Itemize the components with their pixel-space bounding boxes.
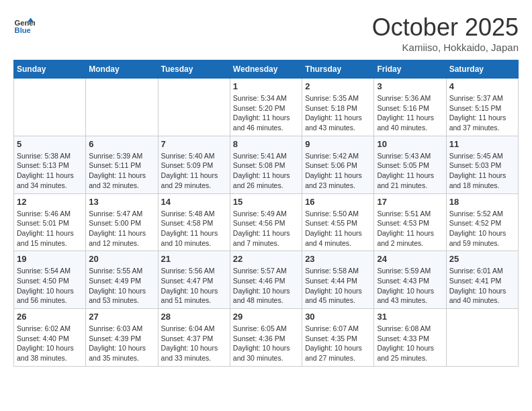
cell-info: Sunrise: 5:35 AM Sunset: 5:18 PM Dayligh… bbox=[305, 93, 371, 133]
calendar-cell: 10Sunrise: 5:43 AM Sunset: 5:05 PM Dayli… bbox=[374, 136, 446, 193]
cell-day-number: 29 bbox=[233, 312, 299, 322]
cell-day-number: 21 bbox=[161, 254, 227, 264]
calendar-cell bbox=[158, 79, 230, 136]
week-row-4: 19Sunrise: 5:54 AM Sunset: 4:50 PM Dayli… bbox=[14, 251, 519, 309]
calendar-cell: 4Sunrise: 5:37 AM Sunset: 5:15 PM Daylig… bbox=[446, 79, 518, 136]
title-block: October 2025 Kamiiso, Hokkaido, Japan bbox=[372, 13, 519, 53]
cell-day-number: 1 bbox=[233, 81, 299, 91]
cell-day-number: 12 bbox=[17, 197, 83, 207]
calendar-cell: 28Sunrise: 6:04 AM Sunset: 4:37 PM Dayli… bbox=[158, 309, 230, 367]
cell-info: Sunrise: 6:08 AM Sunset: 4:33 PM Dayligh… bbox=[377, 324, 443, 363]
calendar-cell: 1Sunrise: 5:34 AM Sunset: 5:20 PM Daylig… bbox=[230, 79, 302, 136]
cell-info: Sunrise: 5:38 AM Sunset: 5:13 PM Dayligh… bbox=[17, 151, 83, 191]
cell-day-number: 14 bbox=[161, 197, 227, 207]
calendar-cell: 16Sunrise: 5:50 AM Sunset: 4:55 PM Dayli… bbox=[302, 193, 374, 251]
cell-info: Sunrise: 5:57 AM Sunset: 4:46 PM Dayligh… bbox=[233, 266, 299, 306]
logo: General Blue bbox=[13, 13, 35, 35]
calendar-cell: 25Sunrise: 6:01 AM Sunset: 4:41 PM Dayli… bbox=[446, 251, 518, 309]
page-header: General Blue October 2025 Kamiiso, Hokka… bbox=[13, 13, 519, 53]
cell-info: Sunrise: 5:39 AM Sunset: 5:11 PM Dayligh… bbox=[89, 151, 154, 191]
calendar-cell: 6Sunrise: 5:39 AM Sunset: 5:11 PM Daylig… bbox=[86, 136, 158, 193]
cell-day-number: 30 bbox=[305, 312, 371, 322]
calendar-cell: 13Sunrise: 5:47 AM Sunset: 5:00 PM Dayli… bbox=[86, 193, 158, 251]
cell-info: Sunrise: 6:07 AM Sunset: 4:35 PM Dayligh… bbox=[305, 324, 371, 363]
cell-info: Sunrise: 5:56 AM Sunset: 4:47 PM Dayligh… bbox=[161, 266, 227, 306]
cell-day-number: 16 bbox=[305, 197, 371, 207]
cell-info: Sunrise: 6:01 AM Sunset: 4:41 PM Dayligh… bbox=[449, 266, 515, 306]
cell-day-number: 26 bbox=[17, 312, 83, 322]
calendar-cell: 12Sunrise: 5:46 AM Sunset: 5:01 PM Dayli… bbox=[14, 193, 86, 251]
calendar-cell: 7Sunrise: 5:40 AM Sunset: 5:09 PM Daylig… bbox=[158, 136, 230, 193]
calendar-cell: 23Sunrise: 5:58 AM Sunset: 4:44 PM Dayli… bbox=[302, 251, 374, 309]
cell-day-number: 3 bbox=[377, 81, 443, 91]
cell-day-number: 2 bbox=[305, 81, 371, 91]
calendar-cell: 30Sunrise: 6:07 AM Sunset: 4:35 PM Dayli… bbox=[302, 309, 374, 367]
calendar-cell: 11Sunrise: 5:45 AM Sunset: 5:03 PM Dayli… bbox=[446, 136, 518, 193]
calendar-cell: 3Sunrise: 5:36 AM Sunset: 5:16 PM Daylig… bbox=[374, 79, 446, 136]
cell-day-number: 25 bbox=[449, 254, 515, 264]
calendar-cell: 24Sunrise: 5:59 AM Sunset: 4:43 PM Dayli… bbox=[374, 251, 446, 309]
cell-day-number: 6 bbox=[89, 139, 154, 149]
calendar-cell bbox=[446, 309, 518, 367]
cell-day-number: 18 bbox=[449, 197, 515, 207]
calendar-cell: 31Sunrise: 6:08 AM Sunset: 4:33 PM Dayli… bbox=[374, 309, 446, 367]
calendar-cell: 17Sunrise: 5:51 AM Sunset: 4:53 PM Dayli… bbox=[374, 193, 446, 251]
weekday-header-saturday: Saturday bbox=[446, 60, 518, 79]
cell-info: Sunrise: 5:34 AM Sunset: 5:20 PM Dayligh… bbox=[233, 93, 299, 133]
cell-info: Sunrise: 5:58 AM Sunset: 4:44 PM Dayligh… bbox=[305, 266, 371, 306]
cell-info: Sunrise: 5:49 AM Sunset: 4:56 PM Dayligh… bbox=[233, 209, 299, 248]
calendar-cell: 8Sunrise: 5:41 AM Sunset: 5:08 PM Daylig… bbox=[230, 136, 302, 193]
cell-day-number: 17 bbox=[377, 197, 443, 207]
cell-info: Sunrise: 5:36 AM Sunset: 5:16 PM Dayligh… bbox=[377, 93, 443, 133]
cell-info: Sunrise: 5:37 AM Sunset: 5:15 PM Dayligh… bbox=[449, 93, 515, 133]
cell-day-number: 13 bbox=[89, 197, 154, 207]
calendar-cell bbox=[86, 79, 158, 136]
cell-info: Sunrise: 5:40 AM Sunset: 5:09 PM Dayligh… bbox=[161, 151, 227, 191]
calendar-cell: 14Sunrise: 5:48 AM Sunset: 4:58 PM Dayli… bbox=[158, 193, 230, 251]
cell-info: Sunrise: 6:05 AM Sunset: 4:36 PM Dayligh… bbox=[233, 324, 299, 363]
calendar-cell: 15Sunrise: 5:49 AM Sunset: 4:56 PM Dayli… bbox=[230, 193, 302, 251]
weekday-header-monday: Monday bbox=[86, 60, 158, 79]
cell-day-number: 9 bbox=[305, 139, 371, 149]
week-row-5: 26Sunrise: 6:02 AM Sunset: 4:40 PM Dayli… bbox=[14, 309, 519, 367]
cell-info: Sunrise: 5:55 AM Sunset: 4:49 PM Dayligh… bbox=[89, 266, 154, 306]
calendar-cell: 5Sunrise: 5:38 AM Sunset: 5:13 PM Daylig… bbox=[14, 136, 86, 193]
calendar-cell: 19Sunrise: 5:54 AM Sunset: 4:50 PM Dayli… bbox=[14, 251, 86, 309]
calendar-table: SundayMondayTuesdayWednesdayThursdayFrid… bbox=[13, 60, 519, 367]
cell-day-number: 28 bbox=[161, 312, 227, 322]
weekday-header-wednesday: Wednesday bbox=[230, 60, 302, 79]
cell-day-number: 23 bbox=[305, 254, 371, 264]
calendar-cell: 20Sunrise: 5:55 AM Sunset: 4:49 PM Dayli… bbox=[86, 251, 158, 309]
cell-day-number: 4 bbox=[449, 81, 515, 91]
cell-day-number: 5 bbox=[17, 139, 83, 149]
week-row-1: 1Sunrise: 5:34 AM Sunset: 5:20 PM Daylig… bbox=[14, 79, 519, 136]
cell-info: Sunrise: 5:43 AM Sunset: 5:05 PM Dayligh… bbox=[377, 151, 443, 191]
weekday-header-sunday: Sunday bbox=[14, 60, 86, 79]
cell-info: Sunrise: 5:45 AM Sunset: 5:03 PM Dayligh… bbox=[449, 151, 515, 191]
logo-icon: General Blue bbox=[13, 13, 35, 35]
cell-day-number: 10 bbox=[377, 139, 443, 149]
location: Kamiiso, Hokkaido, Japan bbox=[372, 42, 519, 53]
cell-day-number: 8 bbox=[233, 139, 299, 149]
cell-info: Sunrise: 5:41 AM Sunset: 5:08 PM Dayligh… bbox=[233, 151, 299, 191]
cell-info: Sunrise: 5:47 AM Sunset: 5:00 PM Dayligh… bbox=[89, 209, 154, 248]
cell-day-number: 22 bbox=[233, 254, 299, 264]
cell-info: Sunrise: 5:59 AM Sunset: 4:43 PM Dayligh… bbox=[377, 266, 443, 306]
cell-day-number: 24 bbox=[377, 254, 443, 264]
cell-day-number: 27 bbox=[89, 312, 154, 322]
cell-info: Sunrise: 5:42 AM Sunset: 5:06 PM Dayligh… bbox=[305, 151, 371, 191]
cell-day-number: 7 bbox=[161, 139, 227, 149]
cell-day-number: 11 bbox=[449, 139, 515, 149]
week-row-2: 5Sunrise: 5:38 AM Sunset: 5:13 PM Daylig… bbox=[14, 136, 519, 193]
calendar-cell: 2Sunrise: 5:35 AM Sunset: 5:18 PM Daylig… bbox=[302, 79, 374, 136]
calendar-cell: 18Sunrise: 5:52 AM Sunset: 4:52 PM Dayli… bbox=[446, 193, 518, 251]
calendar-cell: 27Sunrise: 6:03 AM Sunset: 4:39 PM Dayli… bbox=[86, 309, 158, 367]
cell-info: Sunrise: 5:50 AM Sunset: 4:55 PM Dayligh… bbox=[305, 209, 371, 248]
calendar-cell: 22Sunrise: 5:57 AM Sunset: 4:46 PM Dayli… bbox=[230, 251, 302, 309]
cell-day-number: 31 bbox=[377, 312, 443, 322]
month-title: October 2025 bbox=[372, 13, 519, 42]
svg-text:Blue: Blue bbox=[15, 26, 31, 34]
cell-info: Sunrise: 5:54 AM Sunset: 4:50 PM Dayligh… bbox=[17, 266, 83, 306]
calendar-cell: 9Sunrise: 5:42 AM Sunset: 5:06 PM Daylig… bbox=[302, 136, 374, 193]
cell-info: Sunrise: 5:51 AM Sunset: 4:53 PM Dayligh… bbox=[377, 209, 443, 248]
